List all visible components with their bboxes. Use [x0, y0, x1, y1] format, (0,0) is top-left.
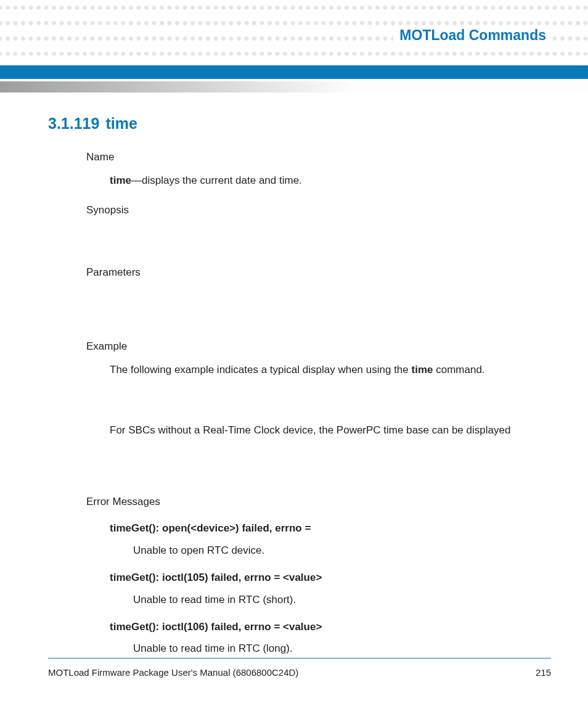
header-blue-bar — [0, 65, 588, 79]
errors-label: Error Messages — [86, 495, 551, 509]
error-desc-1: Unable to read time in RTC (short). — [133, 593, 551, 607]
header-shadow — [0, 81, 588, 92]
error-head-1: timeGet(): ioctl(105) failed, errno = <v… — [110, 570, 551, 585]
footer: MOTLoad Firmware Package User's Manual (… — [48, 658, 551, 678]
footer-doc: MOTLoad Firmware Package User's Manual (… — [48, 667, 298, 678]
footer-row: MOTLoad Firmware Package User's Manual (… — [48, 667, 551, 678]
parameters-label: Parameters — [86, 265, 551, 280]
content-area: 3.1.119time Name time—displays the curre… — [48, 115, 551, 660]
name-dash: — — [131, 174, 142, 186]
header-title: MOTLoad Commands — [393, 26, 551, 45]
example-gap1 — [86, 384, 551, 423]
footer-page: 215 — [536, 667, 551, 678]
footer-rule — [48, 658, 551, 659]
name-desc: displays the current date and time. — [142, 174, 302, 186]
error-desc-2: Unable to read time in RTC (long). — [133, 641, 551, 656]
name-cmd: time — [110, 174, 131, 186]
section-title: time — [105, 115, 137, 132]
error-head-2: timeGet(): ioctl(106) failed, errno = <v… — [110, 620, 551, 634]
example-line2: For SBCs without a Real-Time Clock devic… — [110, 423, 551, 438]
section-number: 3.1.119 — [48, 115, 99, 132]
example-label: Example — [86, 339, 551, 354]
name-label: Name — [86, 150, 551, 165]
example-line1a: The following example indicates a typica… — [110, 364, 412, 376]
example-gap2 — [86, 444, 551, 483]
name-description: time—displays the current date and time. — [110, 173, 551, 188]
parameters-gap — [86, 289, 551, 328]
error-desc-0: Unable to open RTC device. — [133, 543, 551, 558]
body: Name time—displays the current date and … — [86, 150, 551, 656]
error-head-0: timeGet(): open(<device>) failed, errno … — [110, 521, 551, 536]
example-line1b: time — [412, 364, 433, 376]
synopsis-gap — [86, 226, 551, 254]
example-line1: The following example indicates a typica… — [110, 363, 551, 377]
synopsis-label: Synopsis — [86, 203, 551, 218]
example-line1c: command. — [433, 364, 484, 376]
section-heading: 3.1.119time — [48, 115, 551, 133]
